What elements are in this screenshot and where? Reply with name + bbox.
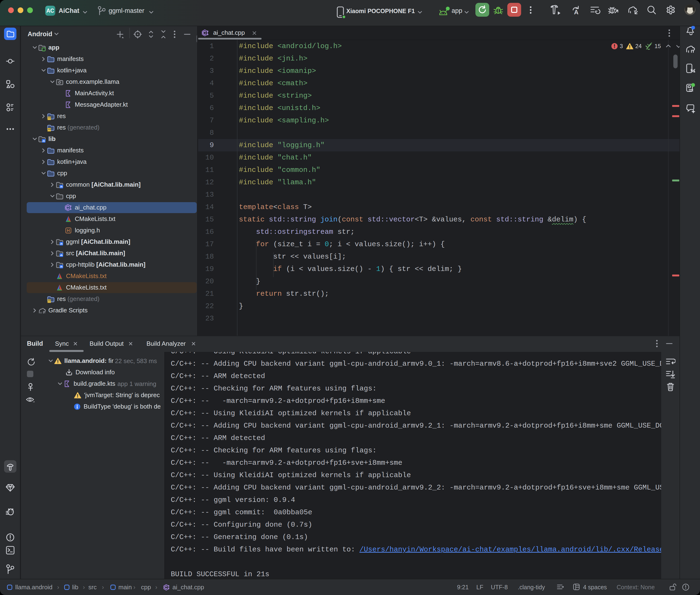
svg-text:A: A xyxy=(574,8,579,16)
